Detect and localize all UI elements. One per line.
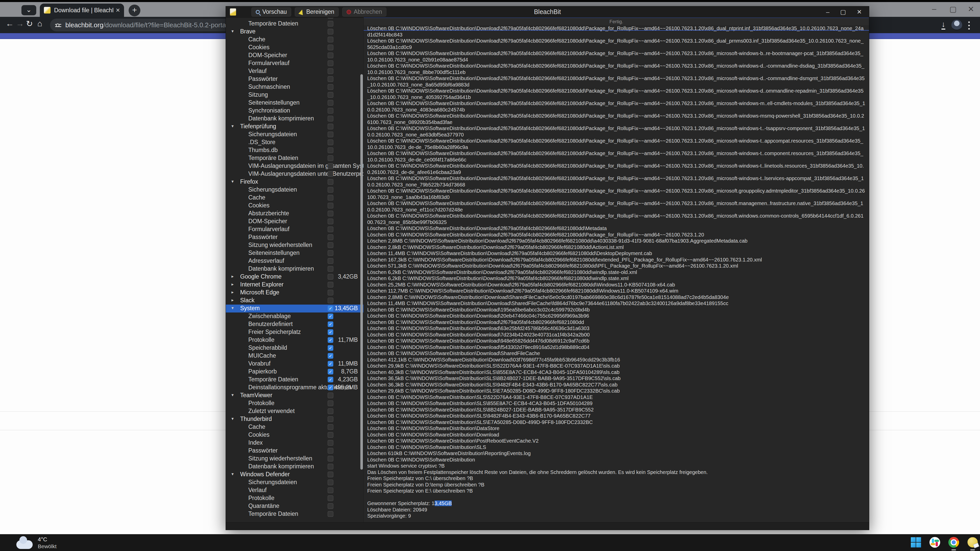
tree-row[interactable]: Vorabruf✓11,9MB [226,360,363,368]
tree-row-checkbox[interactable] [328,116,333,121]
tree-row-checkbox[interactable] [328,37,333,42]
menu-kebab-icon[interactable] [968,21,970,23]
taskbar-chrome-icon[interactable] [948,537,959,548]
tree-row-checkbox[interactable]: ✓ [328,353,333,359]
tree-row[interactable]: ▾System✓13,45GB [226,305,363,313]
tree-row[interactable]: Sitzung wiederherstellen [226,455,363,463]
tree-row-checkbox[interactable] [328,456,333,462]
tree-row[interactable]: VIM-Auslagerungsdateien im gesamten Syst… [226,162,363,170]
chevron-right-icon[interactable]: ▸ [231,274,234,279]
site-settings-icon[interactable] [55,22,61,28]
tree-row[interactable]: Speicherabbild✓ [226,344,363,352]
tree-row-checkbox[interactable] [328,416,333,422]
tree-row-checkbox[interactable] [328,464,333,469]
tree-row[interactable]: ▸Google Chrome3,42GB [226,273,363,281]
tree-row-checkbox[interactable] [328,76,333,82]
tree-row[interactable]: Cache [226,36,363,44]
tree-scrollbar-thumb[interactable] [360,74,363,470]
chevron-down-icon[interactable]: ▾ [231,29,234,34]
tree-row[interactable]: Protokolle✓11,7MB [226,336,363,344]
tree-row[interactable]: Adressverlauf [226,257,363,265]
tree-row-checkbox[interactable] [328,432,333,438]
tree-row-checkbox[interactable]: ✓ [328,369,333,375]
tree-row-checkbox[interactable] [328,52,333,58]
tree-row-checkbox[interactable] [328,290,333,295]
tree-row[interactable]: .DS_Store [226,138,363,146]
tree-row[interactable]: Sitzung [226,91,363,99]
tree-row-checkbox[interactable] [328,511,333,517]
tree-row-checkbox[interactable] [328,219,333,224]
tree-row[interactable]: Seiteneinstellungen [226,249,363,257]
tree-row-checkbox[interactable] [328,203,333,208]
tree-row-checkbox[interactable] [328,234,333,240]
tree-row[interactable]: Datenbank komprimieren [226,265,363,273]
chrome-close-button[interactable]: ✕ [968,5,974,14]
tree-row[interactable]: Protokolle [226,494,363,502]
tree-row-checkbox[interactable]: ✓ [328,321,333,327]
tree-row[interactable]: Deinstallationsprogramme aktualisieren✓4… [226,384,363,392]
tree-row-checkbox[interactable] [328,44,333,50]
tree-row-checkbox[interactable]: ✓ [328,385,333,390]
tree-row-checkbox[interactable]: ✓ [328,345,333,351]
tree-row-checkbox[interactable] [328,171,333,177]
tree-row[interactable]: Benutzerdefiniert✓ [226,321,363,328]
tree-row-checkbox[interactable] [328,227,333,232]
reload-icon[interactable]: ↻ [26,19,33,29]
chevron-right-icon[interactable]: ▸ [231,297,234,303]
chrome-maximize-button[interactable]: ▢ [950,5,956,14]
clean-button[interactable]: Bereinigen [295,7,339,17]
tree-row[interactable]: ▾Windows Defender [226,471,363,478]
tree-row[interactable]: Zuletzt verwendet [226,17,363,20]
chevron-down-icon[interactable]: ▾ [231,124,234,129]
chevron-right-icon[interactable]: ▸ [231,289,234,295]
tree-row[interactable]: DOM-Speicher [226,52,363,59]
tree-row-checkbox[interactable] [328,17,333,19]
tree-row-checkbox[interactable] [328,440,333,446]
chevron-down-icon[interactable]: ▾ [231,179,234,184]
tree-row[interactable]: ▾TeamViewer [226,392,363,400]
tree-row-checkbox[interactable] [328,68,333,74]
tree-row-checkbox[interactable] [328,195,333,200]
tree-row-checkbox[interactable] [328,92,333,98]
tree-row-checkbox[interactable]: ✓ [328,377,333,383]
tree-row-checkbox[interactable]: ✓ [328,329,333,335]
tree-row[interactable]: Sitzung wiederherstellen [226,241,363,249]
tree-row-checkbox[interactable] [328,124,333,129]
tree-row[interactable]: Passwörter [226,233,363,241]
tree-row-checkbox[interactable] [328,21,333,27]
tree-row[interactable]: Protokolle [226,400,363,407]
tree-row[interactable]: Formularverlauf [226,59,363,67]
tree-row-checkbox[interactable] [328,495,333,501]
taskbar-slack-icon[interactable] [929,537,941,548]
tree-row[interactable]: Cookies [226,431,363,439]
tree-row[interactable]: Verlauf [226,486,363,494]
tree-row[interactable]: ▾Brave [226,28,363,36]
tree-row-checkbox[interactable] [328,448,333,454]
tree-row-checkbox[interactable] [328,60,333,66]
tree-row[interactable]: Absturzberichte [226,210,363,218]
tree-row-checkbox[interactable] [328,132,333,137]
tree-row[interactable]: Cache [226,423,363,431]
tree-row-checkbox[interactable] [328,487,333,493]
browser-tab[interactable]: Download file | BleachBit × [40,3,124,17]
tree-row-checkbox[interactable] [328,266,333,272]
tree-row-checkbox[interactable] [328,424,333,430]
chevron-down-icon[interactable]: ▾ [231,416,234,421]
tree-row-checkbox[interactable] [328,179,333,185]
tree-row[interactable]: DOM-Speicher [226,218,363,225]
tree-row[interactable]: Temporäre Dateien [226,20,363,28]
tab-close-icon[interactable]: × [116,6,120,14]
tree-row[interactable]: Verlauf [226,67,363,75]
tree-row[interactable]: Seiteneinstellungen [226,99,363,107]
tree-row-checkbox[interactable] [328,29,333,35]
preview-button[interactable]: Vorschau [251,7,291,17]
new-tab-button[interactable]: + [129,5,140,16]
tree-row[interactable]: ▸Microsoft Edge [226,289,363,297]
tree-row-checkbox[interactable] [328,408,333,414]
bleachbit-close-button[interactable]: ✕ [857,8,862,16]
bleachbit-maximize-button[interactable]: ▢ [840,8,846,16]
chevron-down-icon[interactable]: ▾ [231,392,234,398]
tree-row-checkbox[interactable]: ✓ [328,337,333,343]
tree-row-checkbox[interactable] [328,163,333,169]
tree-row[interactable]: Synchronisation [226,107,363,115]
